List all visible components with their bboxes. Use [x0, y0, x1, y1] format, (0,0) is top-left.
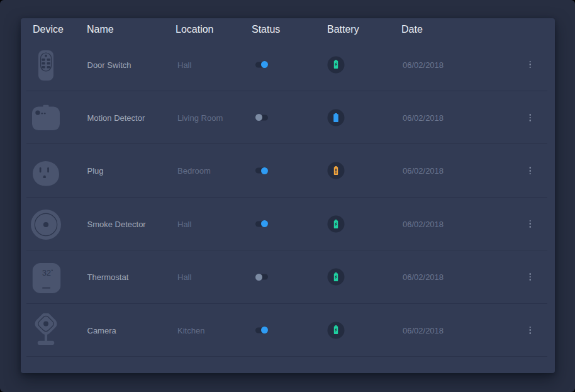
svg-text:32: 32 — [42, 269, 51, 277]
